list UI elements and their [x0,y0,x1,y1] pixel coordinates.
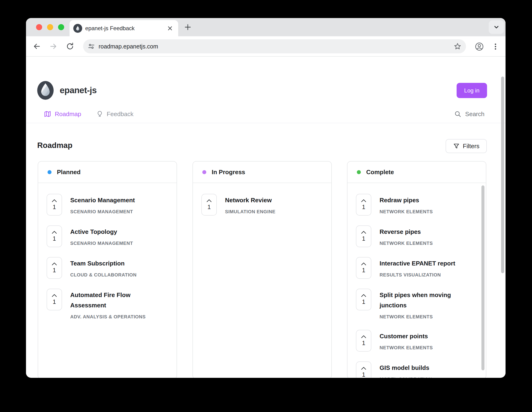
page-scrollbar[interactable] [501,76,504,273]
status-dot [48,170,51,174]
site-settings-icon[interactable] [88,43,95,50]
upvote-button[interactable]: 1 [47,194,62,215]
upvote-button[interactable]: 1 [356,289,371,310]
upvote-button[interactable]: 1 [201,194,217,215]
column-title: Complete [366,169,394,176]
roadmap-card[interactable]: 1Network ReviewSIMULATION ENGINE [201,194,331,215]
back-button[interactable] [32,41,42,52]
card-body: Reverse pipesNETWORK ELEMENTS [380,225,433,247]
page-content: epanet-js Log in Roadmap [26,57,505,377]
epanetjs-logo-droplet-icon [37,81,54,100]
screenshot-stage: epanet-js Feedback [0,0,532,412]
roadmap-card[interactable]: 1Customer pointsNETWORK ELEMENTS [356,330,486,352]
column-scrollbar[interactable] [481,185,484,370]
lightbulb-icon [96,111,103,118]
bookmark-star-icon[interactable] [454,43,461,50]
tab-close-icon[interactable] [166,25,173,32]
close-window-button[interactable] [36,24,42,30]
card-category: RESULTS VISUALIZATION [380,272,455,278]
card-body: Automated Fire Flow AssessmentADV. ANALY… [70,289,166,320]
address-bar[interactable]: roadmap.epanetjs.com [83,39,466,53]
card-category: NETWORK ELEMENTS [380,240,433,246]
tab-strip: epanet-js Feedback [26,18,505,36]
new-tab-button[interactable] [183,22,193,32]
chevron-up-icon [206,199,212,202]
nav-tab-feedback[interactable]: Feedback [96,111,133,118]
chevron-up-icon [361,231,366,234]
profile-icon[interactable] [475,42,484,51]
card-title: GIS model builds [380,363,432,373]
card-category: NETWORK ELEMENTS [380,313,475,320]
upvote-button[interactable]: 1 [47,225,62,247]
vote-count: 1 [362,340,365,346]
roadmap-card[interactable]: 1GIS model buildsMODEL CALIBRATION [356,361,486,378]
column-planned: Planned1Scenario ManagementSCENARIO MANA… [38,161,177,378]
site-nav: Roadmap Feedback [44,108,133,120]
nav-divider [26,123,505,123]
forward-button[interactable] [48,41,58,52]
vote-count: 1 [362,299,365,305]
chevron-up-icon [361,294,366,297]
url-text[interactable]: roadmap.epanetjs.com [99,43,454,50]
card-body: Redraw pipesNETWORK ELEMENTS [380,194,433,215]
column-in-progress: In Progress1Network ReviewSIMULATION ENG… [192,161,332,378]
upvote-button[interactable]: 1 [356,330,371,352]
upvote-button[interactable]: 1 [47,289,62,310]
chevron-up-icon [361,335,366,338]
vote-count: 1 [362,371,365,378]
roadmap-card[interactable]: 1Split pipes when moving junctionsNETWOR… [356,289,486,320]
card-category: SCENARIO MANAGEMENT [70,240,133,246]
vote-count: 1 [362,235,365,242]
roadmap-card[interactable]: 1Team SubscriptionCLOUD & COLLABORATION [47,257,177,279]
column-title: Planned [57,169,81,176]
vote-count: 1 [208,204,211,210]
filters-label: Filters [463,142,480,150]
browser-window: epanet-js Feedback [26,18,505,378]
search-button[interactable]: Search [454,108,484,120]
tab-favicon-droplet-icon [73,24,82,33]
vote-count: 1 [53,267,56,274]
card-category: MODEL CALIBRATION [380,376,432,378]
upvote-button[interactable]: 1 [47,257,62,279]
upvote-button[interactable]: 1 [356,257,371,279]
zoom-window-button[interactable] [58,24,64,30]
card-body: Split pipes when moving junctionsNETWORK… [380,289,475,320]
roadmap-card[interactable]: 1Automated Fire Flow AssessmentADV. ANAL… [47,289,177,320]
column-card-list: 1Redraw pipesNETWORK ELEMENTS1Reverse pi… [348,183,486,378]
site-brand: epanet-js [37,81,97,100]
column-complete: Complete1Redraw pipesNETWORK ELEMENTS1Re… [347,161,486,378]
search-label: Search [465,111,484,118]
browser-menu-icon[interactable] [492,43,499,51]
chevron-up-icon [361,367,366,370]
roadmap-card[interactable]: 1Scenario ManagementSCENARIO MANAGEMENT [47,194,177,215]
roadmap-card[interactable]: 1Interactive EPANET reportRESULTS VISUAL… [356,257,486,279]
page-title: Roadmap [37,141,72,150]
vote-count: 1 [53,204,56,210]
upvote-button[interactable]: 1 [356,225,371,247]
card-body: GIS model buildsMODEL CALIBRATION [380,361,432,378]
roadmap-card[interactable]: 1Active TopologySCENARIO MANAGEMENT [47,225,177,247]
login-button[interactable]: Log in [456,83,487,98]
card-title: Network Review [225,195,275,205]
status-dot [357,170,361,174]
card-category: NETWORK ELEMENTS [380,208,433,215]
card-category: NETWORK ELEMENTS [380,344,433,351]
tab-title: epanet-js Feedback [85,25,166,32]
card-body: Customer pointsNETWORK ELEMENTS [380,330,433,352]
column-title: In Progress [212,169,245,176]
filters-button[interactable]: Filters [446,139,487,153]
window-controls [36,24,64,30]
browser-tab[interactable]: epanet-js Feedback [69,20,178,36]
reload-button[interactable] [65,41,75,52]
vote-count: 1 [362,267,365,274]
roadmap-card[interactable]: 1Reverse pipesNETWORK ELEMENTS [356,225,486,247]
tab-search-chevron-button[interactable] [489,20,504,34]
chevron-up-icon [51,231,57,234]
upvote-button[interactable]: 1 [356,194,371,215]
upvote-button[interactable]: 1 [356,361,371,378]
nav-tab-roadmap[interactable]: Roadmap [44,110,81,118]
roadmap-board: Planned1Scenario ManagementSCENARIO MANA… [26,161,505,378]
roadmap-card[interactable]: 1Redraw pipesNETWORK ELEMENTS [356,194,486,215]
column-header: Complete [348,161,486,183]
minimize-window-button[interactable] [47,24,53,30]
